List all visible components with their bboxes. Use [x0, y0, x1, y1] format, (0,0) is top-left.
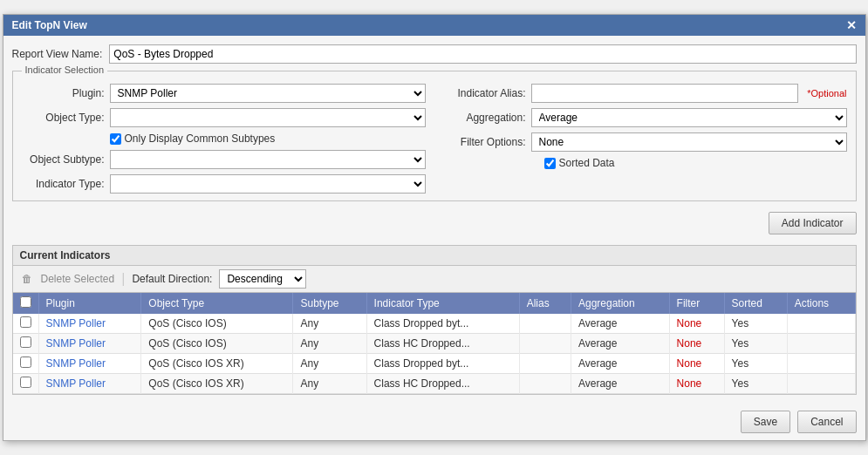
add-indicator-row: Add Indicator	[12, 208, 857, 238]
row-checkbox[interactable]	[20, 316, 31, 328]
save-button[interactable]: Save	[741, 411, 790, 433]
row-alias	[519, 314, 571, 334]
row-alias	[519, 374, 571, 394]
default-direction-select[interactable]: Descending Ascending	[219, 269, 306, 289]
row-checkbox-cell	[13, 354, 39, 374]
table-row: SNMP Poller QoS (Cisco IOS) Any Class HC…	[13, 334, 856, 354]
row-sorted: Yes	[724, 354, 787, 374]
indicator-alias-input[interactable]	[531, 84, 799, 103]
table-header-row: Plugin Object Type Subtype Indicator Typ…	[13, 293, 856, 314]
row-plugin: SNMP Poller	[38, 374, 141, 394]
cancel-button[interactable]: Cancel	[797, 411, 856, 433]
right-col: Indicator Alias: *Optional Aggregation: …	[443, 84, 847, 194]
object-subtype-select[interactable]	[110, 150, 426, 169]
object-subtype-label: Object Subtype:	[22, 153, 105, 166]
col-object-type: Object Type	[141, 293, 293, 314]
col-indicator-type: Indicator Type	[366, 293, 519, 314]
dialog-title: Edit TopN View	[12, 19, 87, 31]
filter-options-select[interactable]: None	[531, 132, 847, 152]
indicator-form: Plugin: SNMP Poller Object Type:	[22, 84, 847, 194]
row-filter: None	[669, 334, 724, 354]
dialog-footer: Save Cancel	[3, 404, 865, 440]
object-subtype-field: Object Subtype:	[22, 150, 426, 169]
table-row: SNMP Poller QoS (Cisco IOS) Any Class Dr…	[13, 314, 856, 334]
row-filter: None	[669, 374, 724, 394]
aggregation-label: Aggregation:	[443, 112, 526, 124]
col-actions: Actions	[787, 293, 855, 314]
col-aggregation: Aggregation	[571, 293, 669, 314]
col-filter: Filter	[669, 293, 724, 314]
sorted-data-label: Sorted Data	[559, 157, 615, 169]
row-sorted: Yes	[724, 374, 787, 394]
row-filter: None	[669, 354, 724, 374]
indicator-alias-field: Indicator Alias: *Optional	[443, 84, 847, 103]
row-checkbox[interactable]	[20, 357, 31, 368]
aggregation-field: Aggregation: Average Sum Min Max	[443, 108, 847, 127]
aggregation-select[interactable]: Average Sum Min Max	[531, 108, 847, 127]
row-checkbox-cell	[13, 334, 39, 354]
row-indicator-type: Class HC Dropped...	[366, 374, 519, 394]
add-indicator-button[interactable]: Add Indicator	[769, 212, 857, 234]
left-col: Plugin: SNMP Poller Object Type:	[22, 84, 426, 194]
row-alias	[519, 334, 571, 354]
row-aggregation: Average	[571, 314, 669, 334]
report-name-input[interactable]	[109, 44, 856, 64]
row-checkbox-cell	[13, 374, 39, 394]
filter-options-label: Filter Options:	[443, 136, 526, 148]
row-subtype: Any	[293, 354, 366, 374]
current-indicators-section: Current Indicators 🗑 Delete Selected | D…	[12, 245, 857, 395]
row-subtype: Any	[293, 314, 366, 334]
close-icon[interactable]: ✕	[846, 18, 857, 32]
row-filter: None	[669, 314, 724, 334]
row-object-type: QoS (Cisco IOS XR)	[141, 354, 293, 374]
row-aggregation: Average	[571, 334, 669, 354]
object-type-select[interactable]	[110, 108, 426, 127]
indicator-selection-legend: Indicator Selection	[22, 65, 108, 75]
table-row: SNMP Poller QoS (Cisco IOS XR) Any Class…	[13, 354, 856, 374]
col-checkbox	[13, 293, 39, 314]
row-checkbox[interactable]	[20, 377, 31, 388]
table-row: SNMP Poller QoS (Cisco IOS XR) Any Class…	[13, 374, 856, 394]
indicators-toolbar: 🗑 Delete Selected | Default Direction: D…	[13, 266, 856, 293]
report-name-label: Report View Name:	[12, 48, 103, 60]
row-actions	[787, 334, 855, 354]
row-subtype: Any	[293, 374, 366, 394]
row-sorted: Yes	[724, 314, 787, 334]
row-plugin: SNMP Poller	[38, 354, 141, 374]
plugin-label: Plugin:	[22, 87, 105, 99]
object-type-field: Object Type:	[22, 108, 426, 127]
edit-topn-dialog: Edit TopN View ✕ Report View Name: Indic…	[3, 14, 866, 441]
indicators-tbody: SNMP Poller QoS (Cisco IOS) Any Class Dr…	[13, 314, 856, 394]
row-alias	[519, 354, 571, 374]
plugin-field: Plugin: SNMP Poller	[22, 84, 426, 103]
only-common-subtypes-label: Only Display Common Subtypes	[125, 132, 276, 145]
default-direction-label: Default Direction:	[132, 273, 212, 285]
row-actions	[787, 314, 855, 334]
select-all-checkbox[interactable]	[20, 296, 31, 308]
indicator-type-select[interactable]	[110, 174, 426, 194]
row-actions	[787, 374, 855, 394]
row-aggregation: Average	[571, 354, 669, 374]
row-object-type: QoS (Cisco IOS)	[141, 334, 293, 354]
plugin-select[interactable]: SNMP Poller	[110, 84, 426, 103]
row-indicator-type: Class Dropped byt...	[366, 314, 519, 334]
toolbar-separator: |	[121, 271, 125, 287]
sorted-data-checkbox[interactable]	[544, 158, 556, 169]
col-plugin: Plugin	[38, 293, 141, 314]
indicator-type-field: Indicator Type:	[22, 174, 426, 194]
indicators-table: Plugin Object Type Subtype Indicator Typ…	[13, 293, 856, 394]
trash-icon: 🗑	[20, 272, 34, 286]
optional-text: *Optional	[807, 88, 846, 98]
col-subtype: Subtype	[293, 293, 366, 314]
row-actions	[787, 354, 855, 374]
object-type-label: Object Type:	[22, 112, 105, 124]
row-aggregation: Average	[571, 374, 669, 394]
dialog-body: Report View Name: Indicator Selection Pl…	[3, 36, 865, 404]
row-checkbox[interactable]	[20, 336, 31, 348]
report-name-row: Report View Name:	[12, 44, 857, 64]
row-plugin: SNMP Poller	[38, 314, 141, 334]
row-subtype: Any	[293, 334, 366, 354]
only-common-subtypes-checkbox[interactable]	[110, 133, 121, 145]
common-subtypes-row: Only Display Common Subtypes	[110, 132, 426, 145]
row-sorted: Yes	[724, 334, 787, 354]
